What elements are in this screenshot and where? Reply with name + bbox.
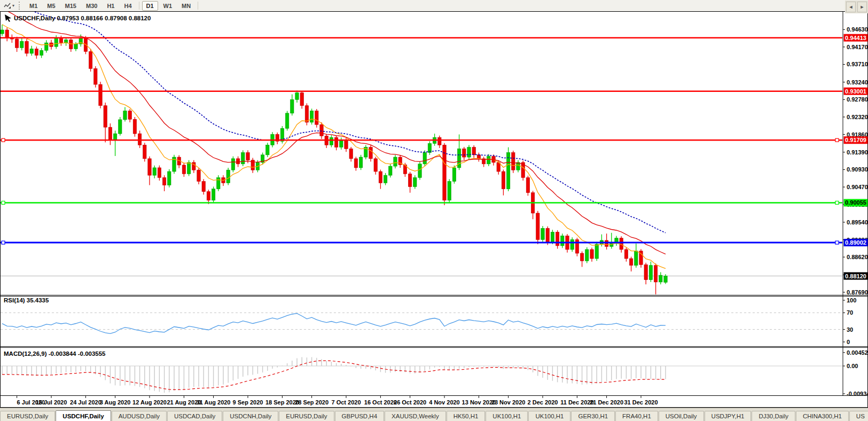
timeframe-button-d1[interactable]: D1 [142, 1, 158, 11]
date-axis-label: 11 Dec 2020 [560, 399, 593, 406]
timeframe-button-m1[interactable]: M1 [25, 1, 42, 11]
timeframe-button-m30[interactable]: M30 [82, 1, 101, 11]
hline-handle[interactable] [2, 138, 5, 142]
tab-scroll-left-button[interactable]: ◄ [846, 2, 856, 12]
date-axis-label: 26 Oct 2020 [394, 399, 426, 406]
chart-tab-us[interactable]: US [849, 411, 868, 421]
date-axis-label: 4 Nov 2020 [429, 399, 459, 406]
candle-body [30, 49, 33, 53]
date-axis-label: 31 Aug 2020 [197, 399, 231, 406]
candle-body [413, 177, 417, 186]
candle-body [246, 153, 249, 160]
timeframe-button-m5[interactable]: M5 [43, 1, 59, 11]
hline-handle[interactable] [835, 201, 839, 204]
candle-body [59, 38, 62, 43]
chart-tab-fra40-h1[interactable]: FRA40,H1 [615, 411, 658, 421]
candle-body [217, 177, 220, 189]
candle-body [575, 240, 578, 254]
tab-scroll-right-button[interactable]: ► [857, 2, 867, 12]
toolbar-grip[interactable] [19, 2, 22, 10]
chart-tab-usoil-daily[interactable]: USOil,Daily [659, 411, 704, 421]
chart-tab-usdcad-daily[interactable]: USDCAD,Daily [167, 411, 222, 421]
candle-body [320, 124, 323, 136]
candle-body [236, 159, 239, 164]
toolbar-separator [198, 2, 198, 10]
price-axis-label: 0.93710 [847, 61, 868, 67]
candle-body [374, 159, 377, 171]
timeframe-button-h4[interactable]: H4 [120, 1, 136, 11]
candle-body [123, 111, 127, 120]
candle-body [212, 189, 215, 200]
chart-tab-dj30-daily[interactable]: DJ30,Daily [752, 411, 795, 421]
chart-tab-eurusd-daily[interactable]: EURUSD,Daily [0, 411, 55, 421]
candle-body [226, 170, 230, 183]
dropdown-caret-icon[interactable]: ▾ [12, 3, 14, 8]
candle-body [477, 155, 480, 159]
chart-tab-hk50-h1[interactable]: HK50,H1 [447, 411, 486, 421]
price-level-tag-text: 0.88120 [845, 273, 866, 279]
candle-body [384, 175, 387, 183]
timeframe-button-h1[interactable]: H1 [103, 1, 119, 11]
chart-frame [1, 12, 868, 408]
hline-handle[interactable] [2, 201, 5, 204]
candle-body [202, 181, 205, 191]
candle-body [20, 41, 24, 48]
usdchf-daily-chart[interactable]: 0.946300.941700.937100.932400.927800.923… [0, 11, 868, 408]
candle-body [654, 266, 657, 282]
candle-body [5, 30, 9, 38]
candle-body [192, 162, 196, 170]
candle-body [310, 111, 313, 122]
candle-body [99, 84, 102, 106]
candle-body [595, 244, 598, 259]
candle-body [551, 232, 554, 241]
candle-body [546, 228, 549, 242]
chart-tab-audusd-daily[interactable]: AUDUSD,Daily [112, 411, 167, 421]
candle-body [197, 170, 200, 181]
candle-body [354, 159, 357, 168]
candle-body [113, 134, 116, 139]
candle-body [580, 253, 583, 261]
price-axis-label: 0.88620 [847, 254, 868, 260]
timeframe-button-m15[interactable]: M15 [61, 1, 81, 11]
candle-body [585, 250, 589, 261]
timeframe-buttons: M1M5M15M30H1H4D1W1MN [25, 1, 200, 11]
chart-tab-eurusd-daily[interactable]: EURUSD,Daily [279, 411, 334, 421]
price-level-tag-text: 0.89002 [845, 239, 866, 246]
candle-body [624, 250, 628, 259]
macd-axis-label: 0.004527 [847, 349, 868, 356]
chart-tab-china300-h1[interactable]: CHINA300,H1 [796, 411, 849, 421]
candle-body [1, 30, 4, 34]
date-axis-label: 13 Nov 2020 [462, 399, 496, 406]
date-axis-label: 12 Aug 2020 [132, 399, 167, 406]
chart-tab-usdchf-daily[interactable]: USDCHF,Daily [56, 410, 111, 421]
rsi-label: RSI(14) 35.4335 [4, 297, 49, 303]
chart-tab-uk100-h1[interactable]: UK100,H1 [528, 411, 570, 421]
candle-body [644, 264, 647, 279]
timeframe-toolbar: ▾ M1M5M15M30H1H4D1W1MN [0, 0, 868, 12]
timeframe-button-mn[interactable]: MN [177, 1, 195, 11]
candle-body [315, 111, 318, 125]
tab-scroll-controls: ◄ ► [845, 1, 868, 13]
candle-body [168, 171, 171, 185]
chart-tab-ger30-h1[interactable]: GER30,H1 [571, 411, 615, 421]
hline-handle[interactable] [835, 138, 839, 142]
candle-body [108, 127, 112, 139]
chart-tab-gbpusd-h4[interactable]: GBPUSD,H4 [335, 411, 384, 421]
chart-tab-xauusd-weekly[interactable]: XAUUSD,Weekly [385, 411, 446, 421]
chart-tab-usdjpy-h1[interactable]: USDJPY,H1 [705, 411, 752, 421]
timeframe-button-w1[interactable]: W1 [159, 1, 177, 11]
chart-tab-uk100-h1[interactable]: UK100,H1 [486, 411, 528, 421]
candle-body [418, 164, 421, 178]
cursor-tool-button[interactable]: ▾ [2, 1, 17, 11]
price-axis-label: 0.91390 [847, 149, 868, 155]
candle-body [512, 153, 515, 170]
date-axis-label: 28 Sep 2020 [295, 399, 329, 406]
candle-body [182, 165, 185, 174]
chart-tab-usdcnh-daily[interactable]: USDCNH,Daily [223, 411, 278, 421]
hline-handle[interactable] [835, 241, 839, 244]
hline-handle[interactable] [2, 241, 5, 244]
candle-body [659, 275, 662, 282]
macd-axis-label: -0.009348 [847, 391, 868, 397]
candle-body [487, 157, 490, 164]
candle-body [467, 147, 471, 157]
